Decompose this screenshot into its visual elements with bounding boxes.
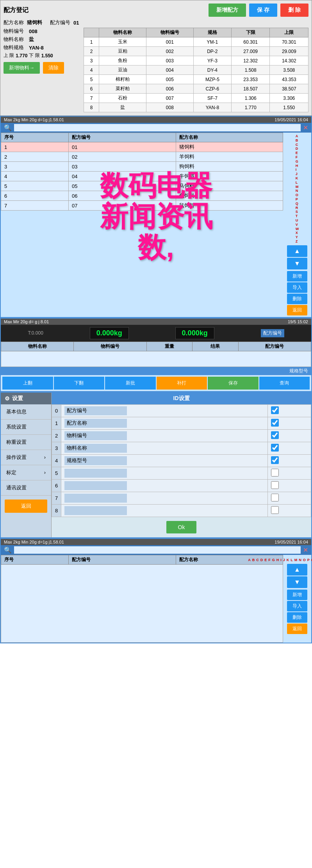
list-item[interactable]: 505马饲料 xyxy=(1,181,283,191)
alpha-letter[interactable]: L xyxy=(295,181,300,185)
alpha-letter-5[interactable]: E xyxy=(264,558,267,562)
alpha-letter-5[interactable]: D xyxy=(260,558,264,562)
search-icon-5[interactable]: 🔍 xyxy=(4,546,12,554)
alpha-letter-5[interactable]: O xyxy=(302,558,307,562)
close-icon-5[interactable]: ✕ xyxy=(303,546,308,554)
id-field-input[interactable] xyxy=(64,406,127,415)
clear-button[interactable]: 清除 xyxy=(43,62,64,74)
scroll-up-button-5[interactable]: ▲ xyxy=(287,564,307,576)
alpha-letter-5[interactable]: N xyxy=(298,558,302,562)
alpha-letter[interactable]: E xyxy=(295,151,300,155)
save-weighing-button[interactable]: 保存 xyxy=(208,377,259,390)
alpha-letter[interactable]: D xyxy=(295,147,300,151)
settings-menu-item[interactable]: 操作设置› xyxy=(1,450,51,465)
alpha-letter[interactable]: G xyxy=(295,159,300,164)
list-item[interactable]: 404牛饲料 xyxy=(1,172,283,181)
delete-button-2[interactable]: 删除 xyxy=(287,294,307,304)
settings-menu-item[interactable]: 基本信息 xyxy=(1,404,51,420)
alpha-letter-5[interactable]: G xyxy=(271,558,276,562)
add-button-5[interactable]: 新增 xyxy=(287,590,307,600)
id-checkbox[interactable] xyxy=(271,406,279,414)
alpha-letter-5[interactable]: F xyxy=(267,558,271,562)
import-button-2[interactable]: 导入 xyxy=(287,282,307,293)
id-checkbox[interactable] xyxy=(271,419,279,427)
alpha-letter[interactable]: N xyxy=(295,189,300,193)
id-checkbox[interactable] xyxy=(271,469,279,477)
back-button-2[interactable]: 返回 xyxy=(287,305,307,315)
alpha-letter-5[interactable]: A xyxy=(247,558,251,562)
alpha-letter[interactable]: F xyxy=(295,155,300,159)
search-icon[interactable]: 🔍 xyxy=(4,124,12,131)
supplement-button[interactable]: 补打 xyxy=(157,377,207,390)
id-checkbox[interactable] xyxy=(271,456,279,464)
settings-menu-item[interactable]: 通讯设置 xyxy=(1,480,51,496)
id-checkbox[interactable] xyxy=(271,494,279,501)
ok-button[interactable]: Ok xyxy=(166,521,197,533)
id-field-input[interactable] xyxy=(64,494,127,503)
alpha-letter[interactable]: Y xyxy=(295,235,300,239)
search-input-5[interactable] xyxy=(14,546,301,554)
list-item[interactable]: 101猪饲料 xyxy=(1,142,283,152)
add-material-button[interactable]: 新增物料→ xyxy=(4,62,40,74)
alpha-letter[interactable]: S xyxy=(295,210,300,214)
new-batch-button[interactable]: 新批 xyxy=(105,377,156,390)
id-checkbox[interactable] xyxy=(271,506,279,514)
scroll-up-button[interactable]: ▲ xyxy=(287,245,307,257)
alpha-letter[interactable]: W xyxy=(295,227,300,231)
id-field-input[interactable] xyxy=(64,419,127,428)
alpha-letter[interactable]: R xyxy=(295,206,300,210)
list-item[interactable]: 707鼠饲料 xyxy=(1,201,283,211)
alpha-letter[interactable]: U xyxy=(295,218,300,223)
prev-button-3[interactable]: 上翻 xyxy=(2,377,53,390)
alpha-letter[interactable]: C xyxy=(295,143,300,147)
id-field-input[interactable] xyxy=(64,469,127,478)
id-checkbox[interactable] xyxy=(271,431,279,439)
alpha-letter[interactable]: Z xyxy=(295,239,300,244)
alpha-letter-5[interactable]: H xyxy=(276,558,280,562)
id-field-input[interactable] xyxy=(64,444,127,453)
delete-formula-button[interactable]: 删 除 xyxy=(280,4,308,17)
id-field-input[interactable] xyxy=(64,456,127,465)
alpha-letter[interactable]: A xyxy=(295,134,300,138)
id-checkbox[interactable] xyxy=(271,444,279,452)
alpha-letter-5[interactable]: M xyxy=(294,558,298,562)
alpha-letter-5[interactable]: J xyxy=(282,558,286,562)
list-item[interactable]: 202羊饲料 xyxy=(1,152,283,162)
import-button-5[interactable]: 导入 xyxy=(287,601,307,611)
new-formula-button[interactable]: 新增配方 xyxy=(209,4,246,17)
close-icon[interactable]: ✕ xyxy=(303,124,308,131)
alpha-letter[interactable]: H xyxy=(295,164,300,168)
alpha-letter[interactable]: X xyxy=(295,231,300,235)
alpha-letter[interactable]: O xyxy=(295,193,300,197)
alpha-letter-5[interactable]: Q xyxy=(310,558,312,562)
list-item[interactable]: 606兔饲料 xyxy=(1,191,283,201)
alpha-letter-5[interactable]: L xyxy=(290,558,294,562)
add-button-2[interactable]: 新增 xyxy=(287,271,307,282)
alpha-letter-5[interactable]: C xyxy=(255,558,260,562)
list-item[interactable]: 303狗饲料 xyxy=(1,162,283,172)
settings-menu-item[interactable]: 称重设置 xyxy=(1,435,51,450)
query-button[interactable]: 查询 xyxy=(259,377,310,390)
save-formula-button[interactable]: 保 存 xyxy=(249,4,277,17)
alpha-letter[interactable]: M xyxy=(295,185,300,189)
id-checkbox[interactable] xyxy=(271,481,279,489)
delete-button-5[interactable]: 删除 xyxy=(287,612,307,623)
back-button-5[interactable]: 返回 xyxy=(287,624,307,634)
alpha-letter[interactable]: J xyxy=(295,172,300,176)
alpha-letter[interactable]: K xyxy=(295,176,300,181)
settings-menu-item[interactable]: 系统设置 xyxy=(1,420,51,435)
id-field-input[interactable] xyxy=(64,481,127,490)
alpha-letter[interactable]: Q xyxy=(295,202,300,206)
alpha-letter-5[interactable]: B xyxy=(251,558,256,562)
id-field-input[interactable] xyxy=(64,506,127,515)
alpha-letter[interactable]: T xyxy=(295,214,300,218)
alpha-letter[interactable]: V xyxy=(295,223,300,227)
settings-menu-item[interactable]: 标定› xyxy=(1,465,51,480)
alpha-letter[interactable]: B xyxy=(295,138,300,143)
next-button-3[interactable]: 下翻 xyxy=(54,377,105,390)
alpha-letter[interactable]: P xyxy=(295,197,300,202)
settings-back-button[interactable]: 返回 xyxy=(5,500,47,513)
scroll-down-button-5[interactable]: ▼ xyxy=(287,576,307,588)
alpha-letter-5[interactable]: I xyxy=(280,558,282,562)
scroll-down-button[interactable]: ▼ xyxy=(287,258,307,269)
